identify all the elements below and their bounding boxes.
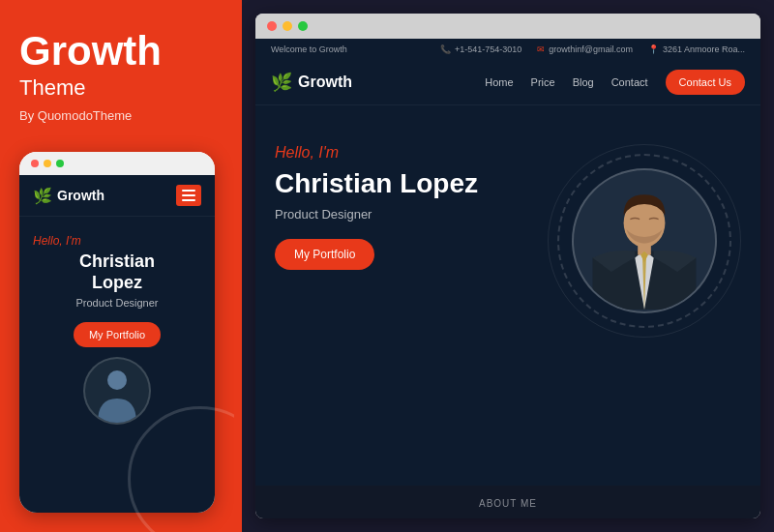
mobile-role: Product Designer — [33, 297, 201, 309]
mobile-menu-button[interactable] — [176, 185, 201, 206]
svg-point-0 — [107, 370, 127, 390]
desktop-dot-red — [267, 21, 277, 31]
mobile-portfolio-button[interactable]: My Portfolio — [74, 322, 161, 347]
topbar-address-text: 3261 Anmoore Roa... — [663, 44, 745, 54]
mobile-hero: Hello, I'm Christian Lopez Product Desig… — [19, 217, 215, 513]
topbar-phone: 📞 +1-541-754-3010 — [440, 44, 521, 54]
topbar-address: 📍 3261 Anmoore Roa... — [648, 44, 745, 54]
left-panel: Growth Theme By QuomodoTheme 🌿 Growth — [0, 0, 234, 532]
desktop-dot-green — [298, 21, 308, 31]
desktop-name: Christian Lopez — [275, 169, 548, 199]
brand-subtitle: Theme — [19, 75, 215, 101]
desktop-hero: Hello, I'm Christian Lopez Product Desig… — [255, 105, 760, 486]
menu-line-1 — [182, 190, 195, 192]
desktop-browser: Welcome to Growth 📞 +1-541-754-3010 ✉ gr… — [255, 39, 760, 518]
mobile-mockup: 🌿 Growth Hello, I'm Christian Lopez Prod… — [19, 152, 215, 513]
desktop-logo: 🌿 Growth — [271, 72, 352, 93]
desktop-hello: Hello, I'm — [275, 144, 548, 162]
mobile-name-line2: Lopez — [92, 273, 142, 292]
mobile-titlebar — [19, 152, 215, 175]
desktop-nav-links: Home Price Blog Contact Contact Us — [485, 70, 745, 95]
desktop-hero-text: Hello, I'm Christian Lopez Product Desig… — [275, 134, 548, 270]
topbar-email: ✉ growthinf@gmail.com — [537, 44, 633, 54]
desktop-logo-text: Growth — [298, 74, 352, 91]
location-icon: 📍 — [648, 44, 659, 54]
nav-link-blog[interactable]: Blog — [573, 76, 594, 88]
desktop-topbar: Welcome to Growth 📞 +1-541-754-3010 ✉ gr… — [255, 39, 760, 60]
avatar-circle — [572, 168, 717, 313]
mobile-dot-red — [31, 160, 39, 167]
desktop-about-strip: ABOUT ME — [255, 486, 760, 518]
desktop-mockup: Welcome to Growth 📞 +1-541-754-3010 ✉ gr… — [255, 14, 760, 518]
email-icon: ✉ — [537, 44, 545, 54]
desktop-titlebar — [255, 14, 760, 39]
mobile-avatar-circle — [83, 357, 151, 425]
desktop-logo-icon: 🌿 — [271, 72, 292, 93]
right-panel: Welcome to Growth 📞 +1-541-754-3010 ✉ gr… — [234, 0, 774, 532]
mobile-person-svg — [93, 365, 141, 423]
brand-by: By QuomodoTheme — [19, 108, 215, 123]
mobile-content: 🌿 Growth Hello, I'm Christian Lopez Prod… — [19, 175, 215, 513]
desktop-role: Product Designer — [275, 207, 548, 222]
topbar-welcome: Welcome to Growth — [271, 44, 347, 54]
mobile-logo-icon: 🌿 — [33, 187, 52, 205]
topbar-email-text: growthinf@gmail.com — [549, 44, 633, 54]
menu-line-3 — [182, 199, 195, 201]
mobile-hello: Hello, I'm — [33, 234, 201, 248]
desktop-dot-yellow — [283, 21, 292, 31]
nav-link-home[interactable]: Home — [485, 76, 513, 88]
mobile-nav: 🌿 Growth — [19, 175, 215, 217]
person-container — [574, 170, 715, 311]
mobile-dot-green — [56, 160, 64, 167]
desktop-portfolio-button[interactable]: My Portfolio — [275, 239, 374, 270]
desktop-avatar-area — [548, 134, 741, 347]
brand-title: Growth — [19, 29, 215, 74]
phone-icon: 📞 — [440, 44, 451, 54]
person-svg — [574, 170, 715, 311]
nav-link-price[interactable]: Price — [531, 76, 555, 88]
menu-line-2 — [182, 194, 195, 196]
mobile-name-line1: Christian — [79, 251, 155, 271]
mobile-avatar-area — [33, 357, 201, 425]
topbar-phone-text: +1-541-754-3010 — [455, 44, 521, 54]
topbar-right: 📞 +1-541-754-3010 ✉ growthinf@gmail.com … — [440, 44, 745, 54]
desktop-contact-button[interactable]: Contact Us — [666, 70, 745, 95]
desktop-about-text: ABOUT ME — [479, 498, 537, 509]
mobile-name: Christian Lopez — [33, 251, 201, 293]
nav-link-contact[interactable]: Contact — [611, 76, 648, 88]
desktop-navbar: 🌿 Growth Home Price Blog Contact Contact… — [255, 60, 760, 105]
mobile-logo: 🌿 Growth — [33, 187, 104, 205]
mobile-dot-yellow — [44, 160, 51, 167]
mobile-logo-text: Growth — [57, 188, 104, 203]
